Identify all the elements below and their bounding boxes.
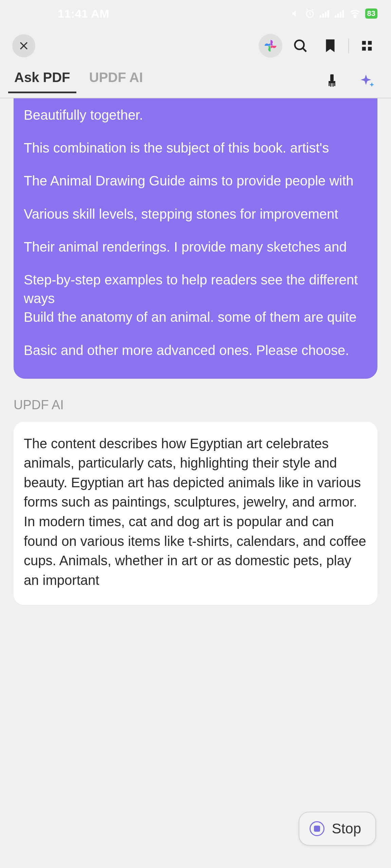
user-text-line: The Animal Drawing Guide aims to provide…	[24, 172, 367, 190]
brush-icon	[325, 73, 339, 89]
user-text-line: Various skill levels, stepping stones fo…	[24, 205, 367, 223]
tab-ask-pdf[interactable]: Ask PDF	[13, 70, 72, 93]
close-icon	[18, 40, 30, 52]
tab-updf-ai[interactable]: UPDF AI	[88, 70, 145, 93]
stop-button[interactable]: Stop	[299, 812, 376, 846]
sparkle-button[interactable]	[356, 73, 378, 89]
ai-text: The content describes how Egyptian art c…	[24, 436, 366, 588]
signal-icon-2	[335, 9, 345, 18]
search-icon	[293, 38, 308, 54]
menu-grid-button[interactable]	[355, 39, 379, 52]
app-logo-button[interactable]	[259, 34, 282, 58]
svg-rect-1	[320, 15, 321, 18]
status-time: 11:41 AM	[58, 7, 109, 20]
search-button[interactable]	[288, 38, 312, 54]
signal-icon-1	[320, 9, 330, 18]
ai-label: UPDF AI	[14, 398, 377, 412]
tabs-row: Ask PDF UPDF AI	[0, 64, 391, 98]
user-text-line: Step-by-step examples to help readers se…	[24, 271, 367, 327]
svg-point-9	[354, 16, 355, 18]
user-message-bubble: Beautifully together. This combination i…	[14, 98, 377, 379]
clover-logo-icon	[263, 38, 278, 54]
user-text-line: Their animal renderings. I provide many …	[24, 238, 367, 256]
svg-point-10	[295, 40, 304, 50]
svg-rect-2	[322, 14, 324, 18]
bookmark-icon	[324, 38, 337, 53]
user-text-span: Build the anatomy of an animal. some of …	[24, 310, 357, 324]
svg-rect-14	[368, 47, 372, 51]
top-bar	[0, 27, 391, 64]
chat-area: Beautifully together. This combination i…	[0, 98, 391, 605]
battery-indicator: 83	[365, 8, 377, 19]
svg-rect-5	[335, 15, 336, 18]
battery-level: 83	[367, 9, 375, 18]
bookmark-button[interactable]	[318, 38, 342, 53]
user-text-span: Step-by-step examples to help readers se…	[24, 272, 358, 306]
status-icons: 83	[291, 8, 377, 19]
stop-icon	[310, 821, 324, 836]
grid-icon	[360, 39, 373, 52]
stop-label: Stop	[332, 821, 361, 837]
brush-button[interactable]	[321, 73, 343, 89]
svg-rect-11	[362, 41, 366, 45]
svg-rect-7	[340, 12, 341, 18]
close-button[interactable]	[12, 34, 35, 57]
svg-rect-8	[342, 10, 344, 18]
alarm-icon	[305, 8, 315, 19]
user-text-line: Beautifully together.	[24, 106, 367, 124]
user-text-line: This combination is the subject of this …	[24, 139, 367, 157]
mute-icon	[291, 9, 300, 18]
user-text-line: Basic and other more advanced ones. Plea…	[24, 341, 367, 360]
sparkle-icon	[359, 73, 375, 89]
svg-rect-6	[337, 14, 339, 18]
svg-rect-12	[368, 41, 372, 45]
wifi-icon	[350, 9, 360, 18]
status-bar: 11:41 AM 83	[0, 0, 391, 27]
svg-rect-3	[325, 12, 327, 18]
ai-message-bubble: The content describes how Egyptian art c…	[14, 422, 377, 605]
svg-rect-15	[330, 74, 334, 81]
svg-rect-4	[327, 10, 329, 18]
svg-rect-13	[362, 47, 366, 51]
divider	[348, 38, 349, 53]
